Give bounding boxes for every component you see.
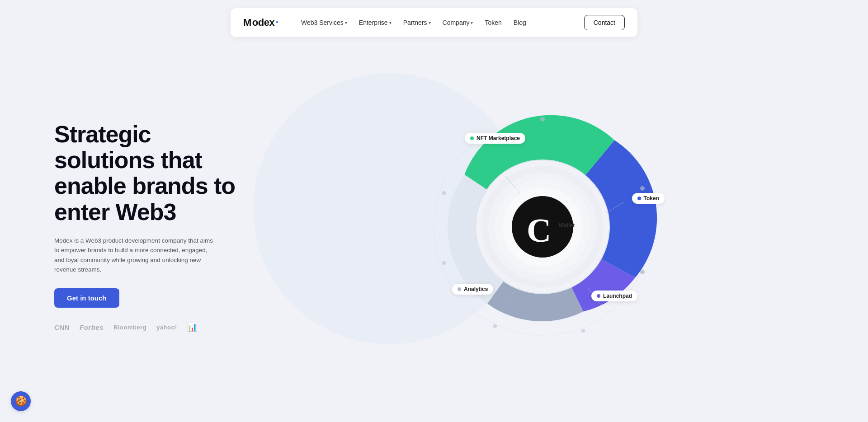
bloomberg-logo: Bloomberg [113, 324, 146, 331]
logo[interactable]: Modex· [243, 16, 278, 29]
forbes-logo: Forbes [80, 324, 104, 331]
chevron-down-icon: ▾ [429, 20, 431, 25]
donut-svg: C [425, 109, 660, 344]
svg-point-21 [581, 329, 585, 333]
nav-company[interactable]: Company ▾ [438, 16, 478, 29]
nav-links: Web3 Services ▾ Enterprise ▾ Partners ▾ … [297, 16, 579, 29]
svg-point-19 [640, 186, 645, 191]
get-in-touch-button[interactable]: Get in touch [54, 288, 119, 308]
media-logos: CNN Forbes Bloomberg yahoo! 📊 [54, 322, 244, 332]
svg-point-20 [640, 270, 645, 274]
logo-dot: · [275, 16, 278, 28]
hero-description: Modex is a Web3 product development comp… [54, 236, 217, 275]
cookie-icon: 🍪 [15, 395, 27, 407]
svg-point-23 [442, 261, 446, 265]
wallet-dot [554, 224, 557, 227]
chevron-down-icon: ▾ [345, 20, 347, 25]
label-wallet: Wallet [554, 222, 575, 229]
launchpad-dot [597, 294, 600, 298]
svg-point-24 [442, 191, 446, 195]
nav-web3services[interactable]: Web3 Services ▾ [297, 16, 352, 29]
nft-dot [470, 136, 474, 140]
logo-rest: odex [252, 17, 274, 28]
label-token: Token [632, 193, 665, 204]
analytics-dot [458, 287, 461, 291]
hero-title: Strategic solutions that enable brands t… [54, 122, 244, 225]
left-panel: Strategic solutions that enable brands t… [54, 122, 244, 332]
chevron-down-icon: ▾ [389, 20, 392, 25]
contact-button[interactable]: Contact [584, 15, 625, 30]
main-content: Strategic solutions that enable brands t… [0, 37, 868, 389]
label-launchpad: Launchpad [591, 291, 637, 301]
cnn-logo: CNN [54, 324, 70, 331]
logo-text: M [243, 17, 251, 28]
svg-point-22 [493, 324, 497, 328]
nav-blog[interactable]: Blog [509, 16, 531, 29]
chart-area: C [271, 91, 814, 362]
nav-wrapper: Modex· Web3 Services ▾ Enterprise ▾ Part… [0, 0, 868, 37]
nbc-logo: 📊 [187, 322, 198, 332]
nav-token[interactable]: Token [480, 16, 506, 29]
token-dot [637, 197, 641, 200]
nav-partners[interactable]: Partners ▾ [399, 16, 435, 29]
nav-enterprise[interactable]: Enterprise ▾ [354, 16, 396, 29]
label-analytics: Analytics [452, 284, 493, 295]
svg-point-18 [540, 117, 545, 122]
cookie-button[interactable]: 🍪 [11, 391, 31, 411]
svg-text:C: C [527, 211, 551, 249]
chevron-down-icon: ▾ [471, 20, 473, 25]
yahoo-logo: yahoo! [156, 324, 177, 331]
donut-chart: C [425, 109, 660, 344]
navbar: Modex· Web3 Services ▾ Enterprise ▾ Part… [231, 8, 637, 37]
label-nft-marketplace: NFT Marketplace [465, 133, 525, 144]
